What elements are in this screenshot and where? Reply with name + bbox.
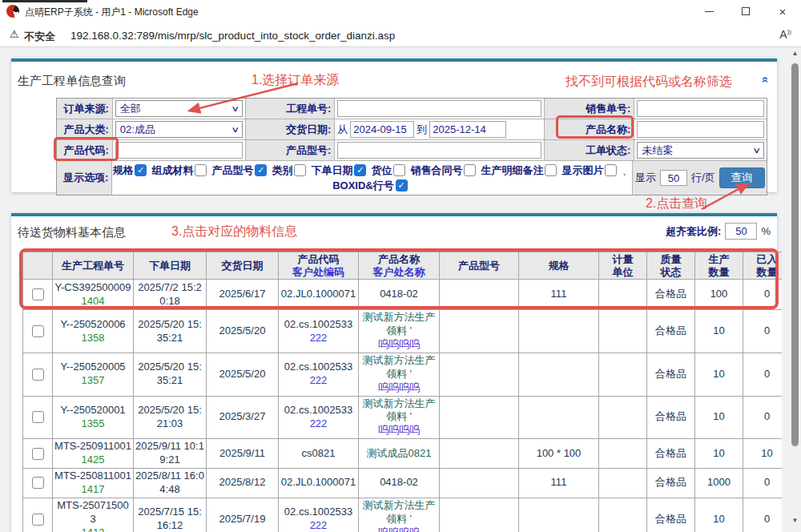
cell-checkbox	[23, 439, 53, 469]
product-name: 测试新方法生产领料 '	[360, 397, 437, 425]
cell-spec	[519, 498, 599, 532]
security-label[interactable]: 不安全	[24, 30, 55, 44]
rows-per-page-input[interactable]	[660, 170, 687, 186]
order-source-select[interactable]: 全部 ∨	[115, 100, 244, 117]
order-no: Y--250520006	[54, 318, 131, 332]
product-name-input[interactable]	[637, 121, 764, 138]
product-category-select[interactable]: 02:成品 ∨	[115, 121, 244, 138]
ratio-area: 超齐套比例: %	[666, 223, 771, 240]
product-name: 0418-02	[360, 476, 437, 490]
option-label: 货位	[371, 163, 392, 178]
annotation-filter-hint: 找不到可根据代码或名称筛选	[566, 74, 732, 91]
order-status-select[interactable]: 未结案 ∨	[637, 142, 764, 159]
product-code: 02.cs.1002533	[280, 318, 356, 332]
header-subline: 客户处名称	[360, 266, 437, 279]
cell-delivery-date: 2025/7/19	[207, 498, 279, 532]
checkbox-unchecked[interactable]	[294, 164, 306, 176]
header-line: 下单日期	[135, 260, 204, 272]
order-id: 1425	[54, 453, 131, 467]
header-line: 状态	[649, 266, 693, 279]
cell-spec: 100 * 100	[519, 439, 599, 469]
ratio-label: 超齐套比例:	[666, 224, 721, 239]
ratio-input[interactable]	[725, 223, 757, 240]
cell-spec	[519, 310, 599, 353]
product-code-label: 产品代码:	[57, 140, 113, 161]
row-checkbox[interactable]	[32, 288, 44, 300]
row-checkbox[interactable]	[32, 514, 44, 526]
pager-show-label: 显示	[635, 171, 656, 185]
work-order-input[interactable]	[337, 100, 541, 117]
scroll-up-icon[interactable]: ▲	[789, 50, 801, 57]
query-panel-title: 生产工程单信息查询	[18, 74, 126, 89]
cell-checkbox	[23, 498, 53, 532]
header-line: 生产工程单号	[54, 260, 131, 272]
checkbox-unchecked[interactable]	[464, 164, 476, 176]
minimize-button[interactable]	[690, 0, 727, 22]
row-checkbox[interactable]	[32, 325, 44, 337]
row-checkbox[interactable]	[32, 477, 44, 489]
url-text[interactable]: 192.168.0.32:789/mis/mrp/slc_product_int…	[70, 30, 395, 42]
search-button[interactable]: 查询	[719, 167, 765, 188]
cell-unit	[599, 353, 647, 396]
cell-product-code: 02.cs.1002533222	[279, 498, 359, 532]
option-label: 类别	[272, 163, 292, 178]
table-row[interactable]: MTS-25071500314132025/7/15 15:16:122025/…	[23, 498, 783, 532]
page-scrollbar[interactable]: ▲ ▼	[789, 47, 801, 532]
cell-qty: 100	[695, 280, 743, 310]
customer-name: 呜呜呜呜	[360, 424, 437, 437]
column-header-7: 规格	[519, 252, 599, 280]
table-row[interactable]: Y--25052000113552025/5/20 15:21:032025/3…	[23, 396, 783, 439]
order-no: MTS-250811001	[54, 470, 131, 483]
checkbox-checked[interactable]: ✓	[255, 164, 267, 176]
sales-order-input[interactable]	[637, 100, 764, 117]
scroll-down-icon[interactable]: ▼	[789, 517, 801, 524]
checkbox-unchecked[interactable]	[545, 164, 557, 176]
scrollbar-thumb[interactable]	[791, 63, 799, 446]
product-model-input[interactable]	[337, 142, 541, 159]
checkbox-unchecked[interactable]	[605, 164, 617, 176]
maximize-button[interactable]	[727, 0, 764, 22]
display-option: 显示图片	[562, 163, 617, 178]
column-header-10: 生产数量	[695, 252, 743, 280]
table-row[interactable]: Y-CS39250000914042025/7/2 15:20:182025/6…	[23, 280, 783, 310]
cell-product-name: 测试新方法生产领料 '呜呜呜呜	[359, 498, 440, 532]
cell-quality: 合格品	[647, 310, 695, 353]
row-checkbox[interactable]	[32, 448, 44, 460]
cell-model	[440, 396, 519, 439]
cell-unit	[599, 310, 647, 353]
checkbox-checked[interactable]: ✓	[135, 164, 147, 176]
cell-spec: 111	[519, 280, 599, 310]
product-code-input[interactable]	[115, 142, 244, 159]
table-row[interactable]: Y--25052000613582025/5/20 15:35:212025/5…	[23, 310, 783, 353]
display-option: BOXID&行号✓	[332, 179, 408, 193]
cell-order-no: MTS-2507150031413	[53, 498, 134, 532]
table-row[interactable]: Y--25052000513572025/5/20 15:35:212025/5…	[23, 353, 783, 396]
cell-qty: 10	[695, 310, 743, 353]
cell-unit	[599, 498, 647, 532]
cell-order-date: 2025/5/20 15:35:21	[134, 310, 207, 353]
order-no: Y--250520005	[54, 361, 131, 374]
display-option: 生产明细备注	[481, 163, 557, 178]
address-bar: ⚠ 不安全 192.168.0.32:789/mis/mrp/slc_produ…	[0, 22, 801, 47]
row-checkbox[interactable]	[32, 369, 44, 381]
table-row[interactable]: MTS-25091100114252025/9/11 10:19:212025/…	[23, 439, 783, 469]
row-checkbox[interactable]	[32, 411, 44, 423]
date-to-input[interactable]	[429, 121, 506, 138]
table-row[interactable]: MTS-25081100114172025/8/11 16:04:482025/…	[23, 468, 783, 498]
read-aloud-icon[interactable]: A))	[779, 28, 791, 41]
pager-area: 显示 行/页 查询	[633, 161, 767, 195]
date-from-input[interactable]	[350, 121, 414, 138]
window-controls: ×	[690, 0, 801, 22]
customer-code: 222	[280, 374, 356, 388]
customer-name: 呜呜呜呜	[360, 381, 437, 395]
display-option: 产品型号✓	[211, 163, 267, 178]
checkbox-unchecked[interactable]	[195, 164, 207, 176]
collapse-panel-icon[interactable]: «	[759, 76, 772, 83]
header-subline: 客户处编码	[280, 266, 356, 279]
close-button[interactable]: ×	[764, 0, 801, 22]
option-label: 产品型号	[211, 163, 253, 178]
checkbox-unchecked[interactable]	[393, 164, 405, 176]
checkbox-checked[interactable]: ✓	[354, 164, 366, 176]
checkbox-checked[interactable]: ✓	[396, 179, 408, 191]
customer-name: 呜呜呜呜	[360, 338, 437, 352]
